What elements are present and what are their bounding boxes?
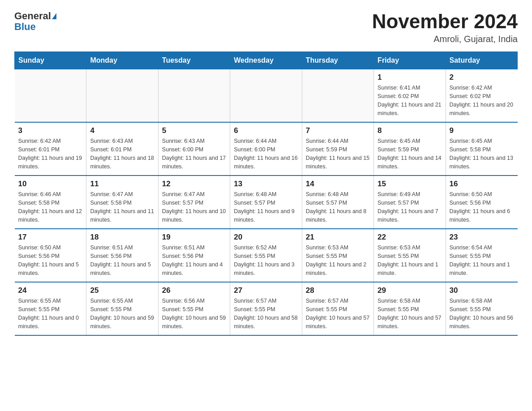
calendar-cell [158, 69, 230, 123]
day-info: Sunrise: 6:43 AM Sunset: 6:00 PM Dayligh… [162, 137, 226, 171]
logo: General Blue [14, 11, 56, 32]
day-info: Sunrise: 6:48 AM Sunset: 5:57 PM Dayligh… [306, 190, 370, 224]
day-info: Sunrise: 6:58 AM Sunset: 5:55 PM Dayligh… [450, 297, 514, 330]
day-number: 13 [234, 180, 298, 188]
calendar-cell: 25Sunrise: 6:55 AM Sunset: 5:55 PM Dayli… [86, 282, 158, 335]
day-number: 27 [234, 286, 298, 295]
calendar-cell: 17Sunrise: 6:50 AM Sunset: 5:56 PM Dayli… [15, 229, 86, 282]
day-number: 29 [378, 286, 442, 295]
calendar-cell [86, 69, 158, 123]
calendar-title: November 2024 [372, 11, 518, 32]
day-number: 7 [306, 126, 370, 135]
calendar-cell: 10Sunrise: 6:46 AM Sunset: 5:58 PM Dayli… [15, 176, 86, 229]
calendar-cell: 1Sunrise: 6:41 AM Sunset: 6:02 PM Daylig… [374, 69, 446, 123]
day-number: 21 [306, 233, 370, 242]
day-number: 30 [450, 286, 514, 295]
weekday-header-row: SundayMondayTuesdayWednesdayThursdayFrid… [15, 52, 518, 69]
day-info: Sunrise: 6:44 AM Sunset: 6:00 PM Dayligh… [234, 137, 298, 171]
calendar-cell: 19Sunrise: 6:51 AM Sunset: 5:56 PM Dayli… [158, 229, 230, 282]
calendar-cell: 16Sunrise: 6:50 AM Sunset: 5:56 PM Dayli… [446, 176, 517, 229]
day-info: Sunrise: 6:56 AM Sunset: 5:55 PM Dayligh… [162, 297, 226, 330]
calendar-cell: 2Sunrise: 6:42 AM Sunset: 6:02 PM Daylig… [446, 69, 517, 123]
day-info: Sunrise: 6:42 AM Sunset: 6:02 PM Dayligh… [450, 84, 514, 117]
weekday-header-wednesday: Wednesday [230, 52, 302, 69]
weekday-header-saturday: Saturday [446, 52, 517, 69]
calendar-cell: 20Sunrise: 6:52 AM Sunset: 5:55 PM Dayli… [230, 229, 302, 282]
day-number: 12 [162, 180, 226, 188]
calendar-cell: 26Sunrise: 6:56 AM Sunset: 5:55 PM Dayli… [158, 282, 230, 335]
day-info: Sunrise: 6:57 AM Sunset: 5:55 PM Dayligh… [306, 297, 370, 330]
title-block: November 2024 Amroli, Gujarat, India [372, 11, 518, 44]
calendar-cell: 18Sunrise: 6:51 AM Sunset: 5:56 PM Dayli… [86, 229, 158, 282]
calendar-cell: 13Sunrise: 6:48 AM Sunset: 5:57 PM Dayli… [230, 176, 302, 229]
day-info: Sunrise: 6:42 AM Sunset: 6:01 PM Dayligh… [18, 137, 83, 171]
logo-triangle-icon [52, 13, 56, 19]
week-row-0: 1Sunrise: 6:41 AM Sunset: 6:02 PM Daylig… [15, 69, 518, 123]
day-number: 28 [306, 286, 370, 295]
day-number: 6 [234, 126, 298, 135]
day-info: Sunrise: 6:44 AM Sunset: 5:59 PM Dayligh… [306, 137, 370, 171]
day-number: 1 [378, 73, 442, 82]
calendar-cell: 28Sunrise: 6:57 AM Sunset: 5:55 PM Dayli… [302, 282, 373, 335]
day-info: Sunrise: 6:53 AM Sunset: 5:55 PM Dayligh… [378, 244, 442, 277]
calendar-cell: 21Sunrise: 6:53 AM Sunset: 5:55 PM Dayli… [302, 229, 373, 282]
calendar-cell [230, 69, 302, 123]
calendar-cell: 22Sunrise: 6:53 AM Sunset: 5:55 PM Dayli… [374, 229, 446, 282]
day-number: 11 [90, 180, 154, 188]
day-info: Sunrise: 6:55 AM Sunset: 5:55 PM Dayligh… [18, 297, 83, 330]
calendar-cell: 3Sunrise: 6:42 AM Sunset: 6:01 PM Daylig… [15, 122, 86, 176]
day-number: 4 [90, 126, 154, 135]
weekday-header-friday: Friday [374, 52, 446, 69]
day-info: Sunrise: 6:49 AM Sunset: 5:57 PM Dayligh… [378, 190, 442, 224]
day-number: 8 [378, 126, 442, 135]
day-number: 5 [162, 126, 226, 135]
day-number: 25 [90, 286, 154, 295]
weekday-header-monday: Monday [86, 52, 158, 69]
day-number: 24 [18, 286, 83, 295]
day-info: Sunrise: 6:51 AM Sunset: 5:56 PM Dayligh… [90, 244, 154, 277]
day-number: 9 [450, 126, 514, 135]
logo-general-text: General [14, 11, 51, 21]
calendar-cell [302, 69, 373, 123]
day-info: Sunrise: 6:52 AM Sunset: 5:55 PM Dayligh… [234, 244, 298, 277]
day-number: 22 [378, 233, 442, 242]
calendar-cell [15, 69, 86, 123]
day-info: Sunrise: 6:45 AM Sunset: 5:59 PM Dayligh… [378, 137, 442, 171]
calendar-table: SundayMondayTuesdayWednesdayThursdayFrid… [14, 51, 518, 336]
calendar-subtitle: Amroli, Gujarat, India [372, 34, 518, 44]
day-info: Sunrise: 6:47 AM Sunset: 5:57 PM Dayligh… [162, 190, 226, 224]
day-info: Sunrise: 6:54 AM Sunset: 5:55 PM Dayligh… [450, 244, 514, 277]
week-row-4: 24Sunrise: 6:55 AM Sunset: 5:55 PM Dayli… [15, 282, 518, 335]
day-info: Sunrise: 6:58 AM Sunset: 5:55 PM Dayligh… [378, 297, 442, 330]
day-number: 15 [378, 180, 442, 188]
day-info: Sunrise: 6:48 AM Sunset: 5:57 PM Dayligh… [234, 190, 298, 224]
calendar-cell: 23Sunrise: 6:54 AM Sunset: 5:55 PM Dayli… [446, 229, 517, 282]
day-number: 19 [162, 233, 226, 242]
day-info: Sunrise: 6:53 AM Sunset: 5:55 PM Dayligh… [306, 244, 370, 277]
day-number: 16 [450, 180, 514, 188]
calendar-cell: 7Sunrise: 6:44 AM Sunset: 5:59 PM Daylig… [302, 122, 373, 176]
calendar-cell: 9Sunrise: 6:45 AM Sunset: 5:58 PM Daylig… [446, 122, 517, 176]
day-number: 23 [450, 233, 514, 242]
calendar-cell: 14Sunrise: 6:48 AM Sunset: 5:57 PM Dayli… [302, 176, 373, 229]
day-info: Sunrise: 6:47 AM Sunset: 5:58 PM Dayligh… [90, 190, 154, 224]
day-number: 20 [234, 233, 298, 242]
day-info: Sunrise: 6:57 AM Sunset: 5:55 PM Dayligh… [234, 297, 298, 330]
logo-blue-text: Blue [14, 21, 36, 32]
calendar-cell: 24Sunrise: 6:55 AM Sunset: 5:55 PM Dayli… [15, 282, 86, 335]
day-info: Sunrise: 6:50 AM Sunset: 5:56 PM Dayligh… [18, 244, 83, 277]
calendar-cell: 30Sunrise: 6:58 AM Sunset: 5:55 PM Dayli… [446, 282, 517, 335]
day-info: Sunrise: 6:45 AM Sunset: 5:58 PM Dayligh… [450, 137, 514, 171]
weekday-header-tuesday: Tuesday [158, 52, 230, 69]
day-info: Sunrise: 6:51 AM Sunset: 5:56 PM Dayligh… [162, 244, 226, 277]
weekday-header-sunday: Sunday [15, 52, 86, 69]
day-info: Sunrise: 6:55 AM Sunset: 5:55 PM Dayligh… [90, 297, 154, 330]
day-number: 26 [162, 286, 226, 295]
day-info: Sunrise: 6:46 AM Sunset: 5:58 PM Dayligh… [18, 190, 83, 224]
calendar-cell: 8Sunrise: 6:45 AM Sunset: 5:59 PM Daylig… [374, 122, 446, 176]
day-number: 18 [90, 233, 154, 242]
calendar-cell: 5Sunrise: 6:43 AM Sunset: 6:00 PM Daylig… [158, 122, 230, 176]
weekday-header-thursday: Thursday [302, 52, 373, 69]
day-info: Sunrise: 6:43 AM Sunset: 6:01 PM Dayligh… [90, 137, 154, 171]
week-row-1: 3Sunrise: 6:42 AM Sunset: 6:01 PM Daylig… [15, 122, 518, 176]
